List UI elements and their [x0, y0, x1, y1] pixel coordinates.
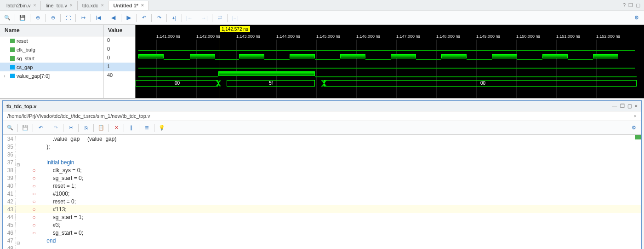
zoom-fit-icon[interactable]: ⛶ [63, 13, 73, 23]
restore-icon[interactable]: ❐ [620, 103, 625, 109]
next-edge-icon[interactable]: ↷ [154, 13, 164, 23]
code-line[interactable]: 39○ sg_start = 0; [3, 174, 641, 182]
step-back-icon[interactable]: ◀| [109, 13, 118, 23]
code-line[interactable]: 43○ #113; [3, 205, 641, 213]
code-line[interactable]: 47⊟ end [3, 237, 641, 244]
signal-row-sg_start[interactable]: sg_start [0, 54, 103, 63]
minimize-icon[interactable]: — [612, 103, 617, 109]
code-line[interactable]: 38○ clk_sys = 0; [3, 166, 641, 174]
zoom-out-icon[interactable]: ⊖ [48, 13, 57, 23]
close-icon[interactable]: × [101, 3, 104, 8]
code-line[interactable]: 44○ sg_start = 1; [3, 213, 641, 221]
redo-icon[interactable]: ↷ [51, 123, 60, 133]
scroll-indicator [635, 135, 641, 139]
next-marker-icon[interactable]: →| [200, 13, 209, 23]
name-header[interactable]: Name [0, 25, 103, 36]
code-line[interactable]: 45○ #3; [3, 221, 641, 229]
signal-row-cs_gap[interactable]: cs_gap [0, 63, 103, 71]
swap-marker-icon[interactable]: ⇄ [215, 13, 224, 23]
maximize-icon[interactable]: ▢ [636, 2, 640, 8]
signal-value: 0 [103, 45, 135, 54]
tab-2[interactable]: tdc.xdc× [78, 1, 109, 10]
zoom-in-icon[interactable]: ⊕ [33, 13, 42, 23]
search-icon[interactable]: 🔍 [3, 13, 12, 23]
copy-icon[interactable]: ⎘ [81, 123, 91, 133]
save-icon[interactable]: 💾 [18, 13, 27, 23]
signal-value: 0 [103, 54, 135, 63]
cut-icon[interactable]: ✂ [66, 123, 75, 133]
restore-icon[interactable]: ❐ [628, 2, 633, 8]
prev-edge-icon[interactable]: ↶ [139, 13, 148, 23]
signal-value: 1 [103, 63, 135, 71]
delete-icon[interactable]: ✕ [112, 123, 121, 133]
maximize-icon[interactable]: ▢ [627, 103, 632, 109]
cursor-label[interactable]: 1,142.572 ns [220, 26, 250, 32]
editor-path: /home/lcl/Prj/Vivado/tdc/tdc_t/tdc_t.src… [7, 113, 150, 119]
signal-row-value_gap[7:0][interactable]: ›value_gap[7:0] [0, 71, 103, 80]
signal-row-clk_bufg[interactable]: clk_bufg [0, 45, 103, 54]
editor-panel: tb_tdc_top.v — ❐ ▢ × /home/lcl/Prj/Vivad… [2, 100, 642, 249]
editor-title: tb_tdc_top.v [6, 104, 36, 109]
paste-icon[interactable]: 📋 [97, 123, 106, 133]
tab-0[interactable]: latch2bin.v× [2, 1, 41, 10]
code-line[interactable]: 42○ reset = 0; [3, 197, 641, 205]
code-line[interactable]: 34 .value_gap (value_gap) [3, 135, 641, 143]
comment-icon[interactable]: ∥ [127, 123, 136, 133]
signal-value: 40 [103, 71, 135, 80]
signal-row-reset[interactable]: reset [0, 36, 103, 45]
gear-icon[interactable]: ⚙ [632, 13, 641, 23]
value-header[interactable]: Value [103, 25, 135, 36]
code-line[interactable]: 40○ reset = 1; [3, 182, 641, 190]
close-icon[interactable]: × [34, 3, 36, 8]
tab-1[interactable]: line_tdc.v× [41, 1, 77, 10]
code-line[interactable]: 37⊟ initial begin [3, 158, 641, 166]
code-line[interactable]: 46○ sg_start = 0; [3, 229, 641, 237]
prev-marker-icon[interactable]: |← [185, 13, 194, 23]
search-icon[interactable]: 🔍 [6, 123, 15, 133]
undo-icon[interactable]: ↶ [36, 123, 45, 133]
step-fwd-icon[interactable]: |▶ [124, 13, 133, 23]
code-area[interactable]: 34 .value_gap (value_gap)35 );3637⊟ init… [3, 135, 641, 249]
go-start-icon[interactable]: |◀ [94, 13, 103, 23]
code-line[interactable]: 41○ #1000; [3, 190, 641, 197]
waveform-canvas[interactable]: 1,142.572 ns 1,141.000 ns1,142.000 ns1,1… [136, 25, 644, 98]
code-line[interactable]: 35 ); [3, 143, 641, 151]
waveform-panel: Name resetclk_bufgsg_startcs_gap›value_g… [0, 25, 644, 98]
close-icon[interactable]: × [141, 3, 144, 8]
signal-value: 0 [103, 36, 135, 45]
code-line[interactable]: 36 [3, 151, 641, 158]
delete-marker-icon[interactable]: |−| [230, 13, 239, 23]
editor-toolbar: 🔍 💾 ↶ ↷ ✂ ⎘ 📋 ✕ ∥ ≣ 💡 ⚙ [3, 121, 641, 135]
close-icon[interactable]: × [634, 113, 637, 119]
tab-3[interactable]: Untitled 1*× [108, 1, 148, 10]
go-to-cursor-icon[interactable]: ↦ [79, 13, 88, 23]
file-tabs: latch2bin.v× line_tdc.v× tdc.xdc× Untitl… [0, 0, 644, 11]
help-icon[interactable]: ? [623, 2, 626, 8]
indent-icon[interactable]: ≣ [142, 123, 151, 133]
code-line[interactable]: 48 [3, 244, 641, 249]
save-icon[interactable]: 💾 [21, 123, 30, 133]
gear-icon[interactable]: ⚙ [629, 123, 638, 133]
waveform-toolbar: 🔍 💾 ⊕ ⊖ ⛶ ↦ |◀ ◀| |▶ ↶ ↷ +| |← →| ⇄ |−| … [0, 11, 644, 25]
bulb-icon[interactable]: 💡 [157, 123, 166, 133]
close-icon[interactable]: × [635, 103, 638, 109]
close-icon[interactable]: × [70, 3, 73, 8]
add-marker-icon[interactable]: +| [170, 13, 179, 23]
